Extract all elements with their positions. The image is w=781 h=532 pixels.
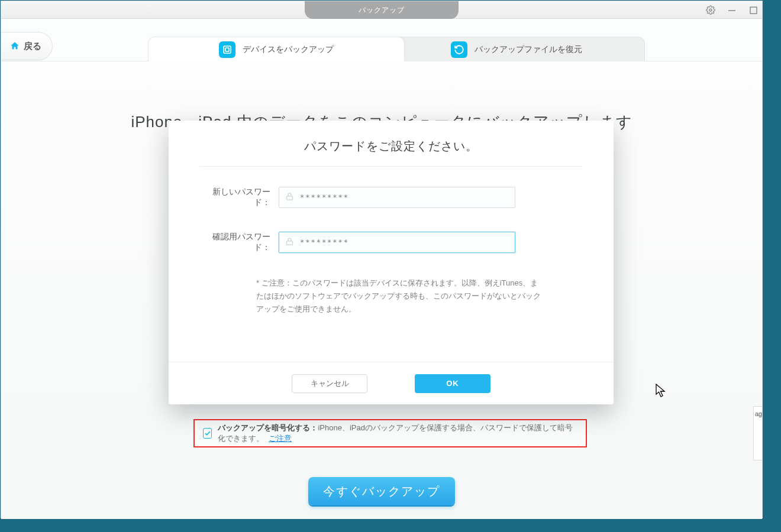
confirm-password-field-wrap [279,232,515,253]
restore-icon [451,41,467,58]
svg-rect-3 [224,46,231,53]
encrypt-checkbox[interactable] [203,428,212,439]
backup-icon [219,41,235,58]
password-modal: パスワードをご設定ください。 新しいパスワード： 確認用パスワード： [169,121,614,404]
encrypt-note-link[interactable]: ご注意 [269,434,292,443]
minimize-button[interactable] [727,5,737,15]
settings-button[interactable] [705,5,716,15]
back-label: 戻る [24,41,41,52]
confirm-password-input[interactable] [300,238,509,246]
svg-rect-5 [287,196,293,199]
modal-footer: キャンセル OK [169,362,614,404]
tab-restore-label: バックアップファイルを復元 [475,44,582,55]
backup-now-button[interactable]: 今すぐバックアップ [308,477,455,505]
confirm-password-label: 確認用パスワード： [199,232,270,253]
minimize-icon [728,6,736,14]
ok-button[interactable]: OK [415,374,490,393]
main-panel: iPhone、iPad 内のデータをこのコンピュータにバックアップします バック… [1,61,762,519]
cancel-button[interactable]: キャンセル [292,374,367,393]
maximize-button[interactable] [748,5,759,15]
lock-icon [285,237,294,248]
clipped-background-fragment: ag [753,406,762,460]
modal-divider [199,166,583,167]
window-controls [705,1,759,19]
check-icon [204,430,211,437]
encrypt-label-bold: バックアップを暗号化する： [218,423,318,432]
svg-rect-2 [750,7,757,14]
lock-icon [285,192,294,203]
title-bar: バックアップ [1,1,762,19]
modal-note: * ご注意：このパスワードは該当デバイスに保存されます。以降、例えiTunes、… [199,277,543,316]
back-button-wrap: 戻る [1,32,53,60]
gear-icon [706,5,715,15]
svg-rect-4 [225,48,229,51]
svg-point-0 [709,9,712,11]
new-password-row: 新しいパスワード： [199,187,583,208]
new-password-input[interactable] [300,193,509,202]
encrypt-option-bar: バックアップを暗号化する：iPhone、iPadのバックアップを保護する場合、パ… [193,419,587,447]
maximize-icon [750,7,757,14]
svg-rect-1 [728,10,735,11]
tabs: デバイスをバックアップ バックアップファイルを復元 [148,37,645,61]
new-password-label: 新しいパスワード： [199,187,270,208]
mouse-cursor [656,384,666,398]
tab-backup[interactable]: デバイスをバックアップ [148,37,405,61]
tab-restore[interactable]: バックアップファイルを復元 [388,37,645,61]
modal-title: パスワードをご設定ください。 [199,138,583,154]
tab-backup-label: デバイスをバックアップ [243,44,334,55]
back-button[interactable]: 戻る [1,32,53,60]
svg-rect-6 [287,241,293,244]
window-title: バックアップ [305,1,459,19]
confirm-password-row: 確認用パスワード： [199,232,583,253]
home-icon [9,41,20,51]
new-password-field-wrap [279,187,515,208]
app-window: バックアップ 戻る デバイスをバックアップ [1,1,763,518]
